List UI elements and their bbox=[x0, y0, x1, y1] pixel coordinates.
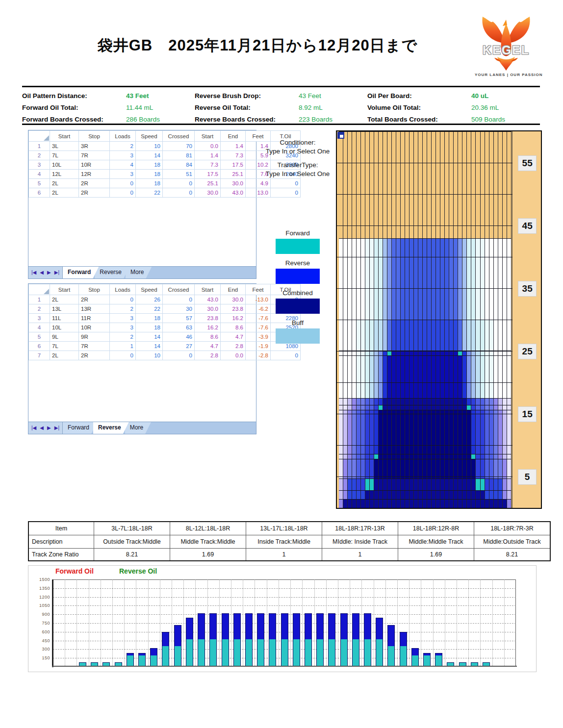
lane-board-cell bbox=[370, 454, 374, 459]
lane-board-cell bbox=[392, 410, 396, 454]
lane-board-cell bbox=[503, 239, 507, 320]
lane-gridline bbox=[337, 477, 512, 477]
lane-board-cell bbox=[387, 356, 392, 398]
table-cell: 2.8 bbox=[195, 351, 221, 360]
v-gridline bbox=[136, 579, 136, 667]
prev-record-icon[interactable]: ◀ bbox=[40, 422, 44, 434]
lane-board-cell bbox=[440, 399, 445, 405]
lane-board-cell bbox=[436, 459, 440, 478]
lane-board-cell bbox=[449, 239, 454, 320]
lane-board-cell bbox=[485, 459, 489, 478]
v-gridline bbox=[504, 579, 505, 667]
lane-board-cell bbox=[339, 500, 343, 508]
lane-board-cell bbox=[458, 132, 462, 238]
table-cell: 1.4 bbox=[195, 151, 221, 160]
reverse-oil-segment bbox=[222, 614, 229, 639]
lane-board-cell bbox=[409, 239, 414, 320]
oil-bar-board-30 bbox=[400, 632, 407, 667]
last-record-icon[interactable]: ▶| bbox=[54, 422, 59, 434]
column-header-Stop: Stop bbox=[79, 284, 110, 295]
lane-board-cell bbox=[370, 351, 374, 355]
summary-value: 286 Boards bbox=[126, 116, 160, 123]
table-cell: 0 bbox=[163, 179, 195, 188]
lane-board-cell bbox=[489, 399, 494, 405]
v-gridline bbox=[112, 579, 113, 667]
lane-board-cell bbox=[396, 500, 401, 508]
table-cell: 4 bbox=[110, 160, 136, 170]
tab-reverse[interactable]: Reverse bbox=[95, 267, 129, 278]
lane-board-cell bbox=[418, 320, 423, 351]
lane-board-cell bbox=[339, 454, 343, 459]
next-record-icon[interactable]: ▶ bbox=[47, 267, 51, 278]
lane-corner-icon[interactable] bbox=[337, 132, 344, 139]
first-record-icon[interactable]: |◀ bbox=[31, 422, 36, 434]
tab-reverse[interactable]: Reverse bbox=[93, 422, 129, 434]
lane-board-cell bbox=[445, 132, 449, 238]
legend-entry-forward: Forward bbox=[261, 228, 334, 254]
lane-board-cell bbox=[471, 479, 476, 490]
lane-board-cell bbox=[365, 320, 370, 351]
last-record-icon[interactable]: ▶| bbox=[54, 267, 59, 278]
tab-forward[interactable]: Forward bbox=[63, 267, 99, 278]
distance-label: 25 bbox=[518, 344, 537, 359]
lane-board-cell bbox=[387, 132, 392, 238]
forward-oil-segment bbox=[388, 646, 394, 666]
tab-more[interactable]: More bbox=[126, 267, 152, 278]
table-cell: 30.0 bbox=[221, 295, 246, 304]
lane-board-cell bbox=[498, 410, 503, 454]
table-header-row: StartStopLoadsSpeedCrossedStartEndFeetT.… bbox=[29, 131, 301, 142]
track-zone-cell: 18L-18R:7R-3R bbox=[474, 522, 551, 535]
legend-swatch bbox=[276, 239, 320, 254]
lane-board-cell bbox=[467, 399, 471, 405]
track-zone-row: DescriptionOutside Track:MiddleMiddle Tr… bbox=[28, 535, 550, 549]
lane-board-cell bbox=[436, 454, 440, 459]
transfer-type-field[interactable]: TransferType: Type In or Select One bbox=[261, 161, 334, 178]
v-gridline bbox=[77, 579, 77, 667]
lane-board-cell bbox=[454, 399, 458, 405]
table-cell: 30 bbox=[163, 304, 195, 314]
table-cell: 3 bbox=[29, 314, 50, 323]
conditioner-field[interactable]: Conditioner: Type In or Select One bbox=[261, 138, 334, 156]
lane-board-cell bbox=[503, 356, 507, 398]
lane-board-cell bbox=[432, 399, 436, 405]
summary-item: Volume Oil Total:20.36 mL bbox=[367, 102, 540, 114]
forward-oil-segment bbox=[353, 639, 359, 666]
lane-board-cell bbox=[449, 132, 454, 238]
lane-board-cell bbox=[339, 459, 343, 478]
tab-more[interactable]: More bbox=[125, 422, 151, 434]
lane-board-cell bbox=[387, 405, 392, 410]
lane-board-cell bbox=[476, 500, 480, 508]
first-record-icon[interactable]: |◀ bbox=[31, 267, 36, 278]
table-cell: 12R bbox=[79, 170, 110, 179]
lane-board-cell bbox=[339, 239, 343, 320]
lane-board-cell bbox=[436, 356, 440, 398]
lane-board-cell bbox=[387, 239, 392, 320]
summary-item: Reverse Brush Drop:43 Feet bbox=[195, 90, 367, 102]
table-cell: 10R bbox=[79, 323, 110, 332]
lane-board-cell bbox=[476, 405, 480, 410]
lane-board-cell bbox=[485, 479, 489, 490]
v-gridline bbox=[409, 579, 409, 667]
tab-forward[interactable]: Forward bbox=[63, 422, 97, 434]
prev-record-icon[interactable]: ◀ bbox=[40, 267, 44, 278]
lane-board-cell bbox=[361, 454, 365, 459]
forward-oil-segment bbox=[282, 639, 288, 666]
v-gridline bbox=[385, 579, 386, 667]
lane-board-cell bbox=[387, 500, 392, 508]
next-record-icon[interactable]: ▶ bbox=[47, 422, 51, 434]
lane-board-cell bbox=[476, 410, 480, 454]
track-zone-cell: 13L-17L:18L-18R bbox=[246, 522, 322, 535]
table-cell: 13R bbox=[79, 304, 110, 314]
lane-board-cell bbox=[357, 320, 361, 351]
lane-board-cell bbox=[498, 320, 503, 351]
track-zone-cell: Item bbox=[28, 522, 94, 535]
forward-oil-segment bbox=[162, 646, 169, 666]
legend-swatch bbox=[276, 328, 320, 344]
lane-board-cell bbox=[436, 405, 440, 410]
summary-value: 43 Feet bbox=[299, 92, 321, 100]
table-cell: 25.1 bbox=[195, 179, 221, 188]
lane-board-cell bbox=[396, 239, 401, 320]
column-header-Start: Start bbox=[50, 131, 79, 142]
track-zone-row: Track Zone Ratio8.211.69111.698.21 bbox=[28, 549, 550, 561]
table-row: 310L10R418847.317.510.23360 bbox=[29, 160, 301, 170]
